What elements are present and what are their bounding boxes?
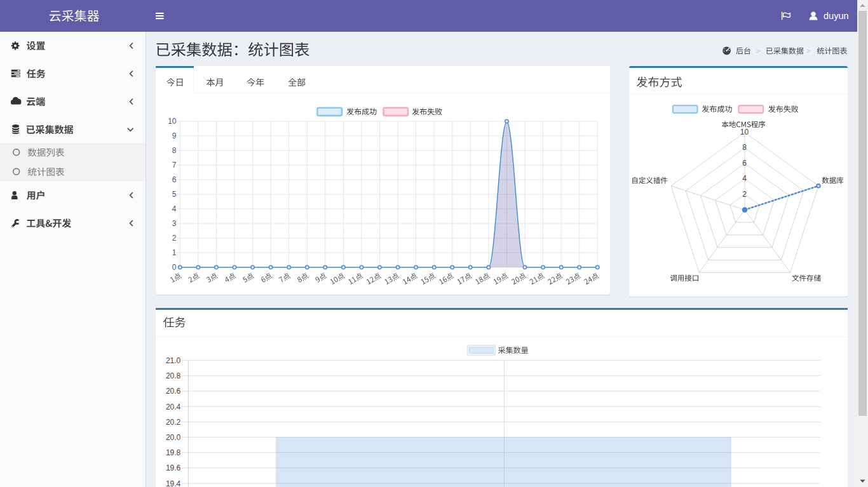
svg-text:19.4: 19.4: [166, 479, 181, 487]
svg-text:20.4: 20.4: [166, 403, 181, 411]
svg-text:2: 2: [172, 234, 177, 243]
svg-text:7: 7: [172, 161, 177, 170]
svg-text:20.6: 20.6: [166, 387, 181, 396]
svg-text:8: 8: [172, 146, 177, 155]
svg-text:9: 9: [172, 131, 177, 140]
svg-text:8: 8: [742, 143, 747, 152]
svg-text:6: 6: [742, 159, 747, 168]
svg-text:2: 2: [742, 190, 747, 199]
svg-text:>: >: [806, 47, 810, 55]
svg-text:20.2: 20.2: [166, 418, 181, 427]
svg-text:6: 6: [172, 175, 177, 184]
svg-text:1: 1: [172, 248, 177, 257]
svg-text:20.8: 20.8: [166, 371, 181, 380]
svg-text:10: 10: [168, 117, 177, 126]
svg-text:10: 10: [740, 128, 749, 137]
svg-text:duyun: duyun: [824, 11, 849, 21]
svg-text:4: 4: [742, 174, 747, 183]
svg-text:0: 0: [172, 263, 177, 272]
svg-text:4: 4: [172, 204, 177, 213]
svg-text:3: 3: [172, 219, 177, 228]
svg-text:19.8: 19.8: [166, 448, 181, 457]
svg-text:>: >: [756, 47, 760, 55]
svg-text:20.0: 20.0: [166, 433, 181, 442]
svg-text:21.0: 21.0: [166, 356, 181, 365]
svg-text:19.6: 19.6: [166, 464, 181, 472]
svg-text:5: 5: [172, 190, 177, 199]
